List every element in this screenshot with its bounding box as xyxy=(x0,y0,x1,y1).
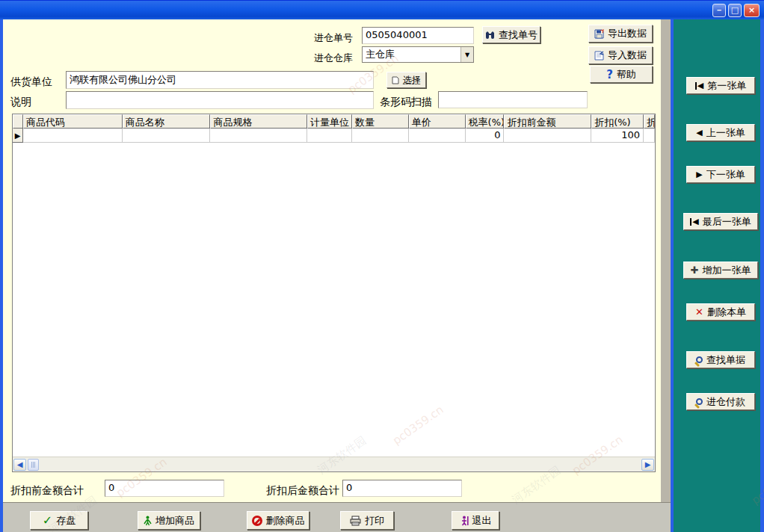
sidebar-button-prev[interactable]: ◀上一张单 xyxy=(686,124,755,141)
select-supplier-button[interactable]: 选择 xyxy=(386,72,426,88)
payment-search-icon xyxy=(696,398,703,405)
toolbar-button-no-entry[interactable]: 删除商品 xyxy=(247,511,309,530)
grid-vertical-scroll-strip[interactable] xyxy=(661,19,671,532)
sidebar-button-first[interactable]: ◀第一张单 xyxy=(686,77,755,94)
window-left-border xyxy=(0,19,3,532)
check-icon: ✓ xyxy=(43,513,52,528)
warehouse-label: 进仓仓库 xyxy=(314,52,353,65)
toolbar-button-check[interactable]: ✓存盘 xyxy=(30,511,88,530)
question-mark-icon: ? xyxy=(606,68,613,81)
grid-cell[interactable] xyxy=(644,129,655,143)
grid-cell[interactable] xyxy=(409,129,466,143)
items-grid: 商品代码商品名称商品规格计量单位数量单价税率(%)折扣前金额折扣(%)折 ▶01… xyxy=(12,114,656,472)
grid-cell[interactable] xyxy=(23,129,123,143)
total-before-discount-label: 折扣前金额合计 xyxy=(10,484,84,498)
order-no-input[interactable]: 0505040001 xyxy=(362,27,474,44)
total-before-discount-input[interactable]: 0 xyxy=(105,480,224,497)
column-header[interactable]: 商品规格 xyxy=(210,114,307,129)
no-entry-icon xyxy=(252,516,262,526)
scroll-left-button[interactable]: ◀ xyxy=(13,459,26,471)
printer-icon xyxy=(350,516,361,526)
export-floppy-icon xyxy=(594,29,604,39)
supplier-input[interactable]: 鸿联有限公司佛山分公司 xyxy=(66,71,374,89)
grid-cell[interactable] xyxy=(352,129,409,143)
sidebar-button-next[interactable]: ▶下一张单 xyxy=(686,166,755,183)
import-data-button[interactable]: 导入数据 xyxy=(588,46,653,64)
column-header[interactable]: 计量单位 xyxy=(307,114,352,129)
add-person-icon xyxy=(144,516,152,526)
minimize-button[interactable]: － xyxy=(712,4,726,17)
grid-cell[interactable] xyxy=(210,129,307,143)
column-header[interactable]: 单价 xyxy=(409,114,466,129)
search-icon xyxy=(696,356,703,363)
close-icon: × xyxy=(748,4,755,16)
column-header[interactable]: 折 xyxy=(644,114,655,129)
import-doc-icon xyxy=(594,51,604,61)
help-button[interactable]: ? 帮助 xyxy=(590,66,653,83)
total-after-discount-label: 折扣后金额合计 xyxy=(266,484,339,498)
delete-x-icon: ✕ xyxy=(695,306,703,318)
column-header[interactable]: 商品名称 xyxy=(123,114,211,129)
page-icon xyxy=(392,76,399,84)
sidebar-button-delete-x[interactable]: ✕删除本单 xyxy=(686,303,755,321)
title-bar: － □ × xyxy=(0,0,764,19)
table-row: ▶0100 xyxy=(13,129,655,143)
grid-selector-header xyxy=(13,114,23,129)
supplier-label: 供货单位 xyxy=(10,75,52,89)
prev-icon: ◀ xyxy=(696,129,702,137)
scroll-left-icon: ◀ xyxy=(17,460,23,468)
grid-cell[interactable] xyxy=(504,129,591,143)
note-input[interactable] xyxy=(66,91,374,109)
toolbar-button-add-person[interactable]: 增加商品 xyxy=(138,511,200,530)
scroll-right-button[interactable]: ▶ xyxy=(641,459,654,471)
row-selector[interactable]: ▶ xyxy=(13,129,23,143)
chevron-down-icon[interactable]: ▼ xyxy=(460,47,473,62)
grid-cell[interactable] xyxy=(123,129,211,143)
current-row-icon: ▶ xyxy=(15,132,21,140)
app-window: － □ × 进仓单号 0505040001 查找单号 导出数据 进仓仓库 主仓库… xyxy=(0,0,764,532)
first-icon: ◀ xyxy=(695,81,703,90)
warehouse-select[interactable]: 主仓库 ▼ xyxy=(362,46,474,63)
grid-cell[interactable]: 0 xyxy=(466,129,505,143)
total-after-discount-input[interactable]: 0 xyxy=(342,480,462,497)
exit-icon xyxy=(460,516,469,526)
toolbar-button-printer[interactable]: 打印 xyxy=(340,511,394,530)
sidebar-button-search[interactable]: 查找单据 xyxy=(686,351,755,368)
next-icon: ▶ xyxy=(696,170,702,179)
grid-cell[interactable]: 100 xyxy=(591,129,644,143)
grid-cell[interactable] xyxy=(307,129,352,143)
export-data-button[interactable]: 导出数据 xyxy=(588,25,653,43)
toolbar-button-exit[interactable]: 退出 xyxy=(452,511,499,530)
bottom-toolbar: ✓存盘增加商品删除商品打印退出 xyxy=(3,502,671,532)
minimize-icon: － xyxy=(715,4,724,16)
binoculars-icon xyxy=(485,31,495,39)
sidebar-button-payment-search[interactable]: 进仓付款 xyxy=(686,393,755,410)
close-button[interactable]: × xyxy=(744,4,760,17)
column-header[interactable]: 数量 xyxy=(352,114,409,129)
barcode-label: 条形码扫描 xyxy=(380,96,432,109)
warehouse-selected-value: 主仓库 xyxy=(363,47,460,62)
column-header[interactable]: 折扣(%) xyxy=(591,114,644,129)
column-header[interactable]: 税率(%) xyxy=(466,114,505,129)
grid-header-row: 商品代码商品名称商品规格计量单位数量单价税率(%)折扣前金额折扣(%)折 xyxy=(13,114,655,129)
grid-horizontal-scrollbar[interactable]: ◀ ▶ xyxy=(13,457,655,471)
barcode-input[interactable] xyxy=(438,91,588,108)
last-icon: ◀ xyxy=(690,217,698,226)
sidebar-button-plus[interactable]: ✚增加一张单 xyxy=(683,262,758,279)
grid-empty-area xyxy=(13,143,655,457)
window-right-border xyxy=(760,19,764,532)
maximize-button[interactable]: □ xyxy=(728,4,742,17)
scrollbar-thumb[interactable] xyxy=(28,459,39,471)
scroll-right-icon: ▶ xyxy=(645,460,651,468)
column-header[interactable]: 商品代码 xyxy=(23,114,123,129)
plus-icon: ✚ xyxy=(691,265,699,276)
note-label: 说明 xyxy=(10,96,31,109)
sidebar-button-last[interactable]: ◀最后一张单 xyxy=(683,213,758,230)
find-order-button[interactable]: 查找单号 xyxy=(482,26,540,43)
order-no-label: 进仓单号 xyxy=(314,31,353,45)
maximize-icon: □ xyxy=(731,4,739,16)
column-header[interactable]: 折扣前金额 xyxy=(504,114,591,129)
